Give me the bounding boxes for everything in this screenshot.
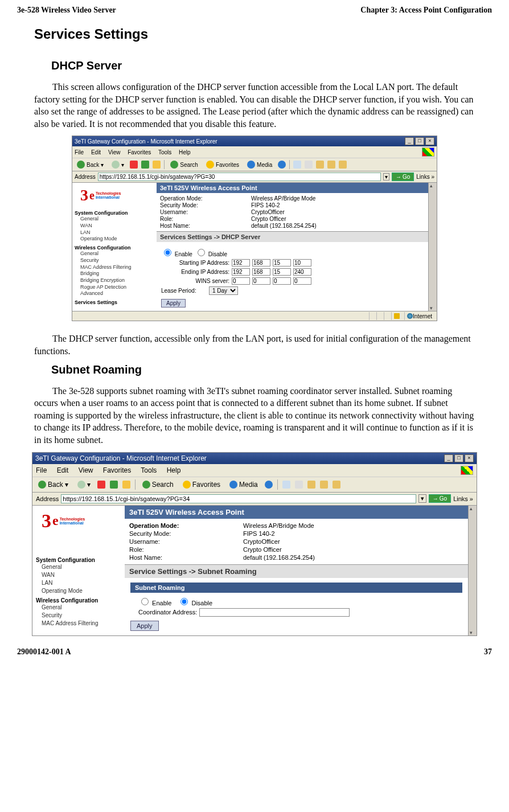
address-input[interactable] (61, 494, 416, 503)
back-button[interactable]: Back ▾ (36, 480, 71, 489)
lease-select[interactable]: 1 Day (209, 286, 238, 295)
menu-view[interactable]: View (108, 149, 121, 155)
wins-4[interactable] (293, 277, 311, 285)
nav-w-advanced[interactable]: Advanced (75, 290, 154, 297)
toolbar-misc-icon-1[interactable] (307, 481, 315, 489)
subnet-disable-radio[interactable]: Disable (178, 596, 212, 606)
nav-w-bridging[interactable]: Bridging (75, 270, 154, 277)
nav-w-general[interactable]: General (36, 604, 121, 612)
menu-file[interactable]: File (75, 149, 84, 155)
toolbar-misc-icon-3[interactable] (333, 481, 340, 489)
search-button[interactable]: Search (168, 160, 200, 169)
menu-view[interactable]: View (79, 466, 93, 474)
nav-w-mac-filtering[interactable]: MAC Address Filtering (36, 620, 121, 628)
media-button[interactable]: Media (245, 160, 274, 169)
menu-tools[interactable]: Tools (158, 149, 171, 155)
mail-icon[interactable] (293, 161, 301, 169)
nav-system-configuration[interactable]: System Configuration (75, 210, 154, 216)
go-label: Go (403, 174, 410, 180)
nav-services-settings[interactable]: Services Settings (75, 300, 154, 305)
nav-w-security[interactable]: Security (36, 612, 121, 620)
maximize-button[interactable]: □ (454, 454, 463, 462)
coordinator-input[interactable] (199, 608, 350, 617)
nav-operating-mode[interactable]: Operating Mode (75, 236, 154, 243)
end-ip-1[interactable] (232, 268, 250, 276)
apply-button[interactable]: Apply (130, 621, 159, 631)
refresh-icon[interactable] (110, 481, 118, 489)
forward-button[interactable]: ▾ (75, 480, 93, 489)
start-ip-4[interactable] (293, 259, 311, 266)
refresh-icon[interactable] (141, 161, 149, 169)
menu-edit[interactable]: Edit (91, 149, 101, 155)
start-ip-3[interactable] (273, 259, 291, 266)
scrollbar[interactable] (468, 506, 477, 635)
maximize-button[interactable]: □ (415, 137, 424, 145)
nav-lan[interactable]: LAN (36, 579, 121, 587)
nav-w-rogue-ap[interactable]: Rogue AP Detection (75, 284, 154, 291)
stop-icon[interactable] (130, 161, 138, 169)
links-label[interactable]: Links » (453, 495, 473, 502)
minimize-button[interactable]: _ (405, 137, 414, 145)
address-dropdown[interactable]: ▾ (383, 173, 389, 181)
forward-button[interactable]: ▾ (109, 160, 126, 169)
nav-w-security[interactable]: Security (75, 257, 154, 264)
apply-button[interactable]: Apply (161, 299, 186, 307)
nav-system-configuration[interactable]: System Configuration (36, 557, 121, 563)
history-icon[interactable] (265, 481, 273, 489)
toolbar-misc-icon-3[interactable] (339, 161, 347, 169)
favorites-button[interactable]: Favorites (204, 160, 241, 169)
search-button[interactable]: Search (140, 480, 176, 489)
scrollbar[interactable] (428, 183, 437, 311)
menu-help[interactable]: Help (179, 149, 191, 155)
menu-favorites[interactable]: Favorites (103, 466, 131, 474)
start-ip-2[interactable] (252, 259, 270, 266)
go-button[interactable]: → Go (429, 494, 451, 503)
menu-file[interactable]: File (36, 466, 47, 474)
nav-w-bridging-encryption[interactable]: Bridging Encryption (75, 277, 154, 284)
go-button[interactable]: → Go (392, 173, 414, 181)
home-icon[interactable] (122, 481, 130, 489)
nav-operating-mode[interactable]: Operating Mode (36, 587, 121, 595)
nav-wan[interactable]: WAN (75, 223, 154, 229)
nav-wireless-configuration[interactable]: Wireless Configuration (36, 597, 121, 604)
close-button[interactable]: × (465, 454, 474, 462)
disable-radio[interactable]: Disable (195, 247, 227, 257)
favorites-button[interactable]: Favorites (180, 480, 223, 489)
toolbar-misc-icon-2[interactable] (320, 481, 328, 489)
menu-help[interactable]: Help (167, 466, 181, 474)
toolbar-misc-icon-1[interactable] (316, 161, 324, 169)
nav-w-general[interactable]: General (75, 251, 154, 257)
address-dropdown[interactable]: ▾ (418, 494, 426, 503)
subnet-enable-radio[interactable]: Enable (138, 596, 171, 606)
start-ip-1[interactable] (232, 259, 250, 266)
print-icon[interactable] (295, 481, 303, 489)
nav-w-mac-filtering[interactable]: MAC Address Filtering (75, 264, 154, 271)
menu-edit[interactable]: Edit (57, 466, 69, 474)
back-button[interactable]: Back ▾ (75, 160, 106, 169)
end-ip-3[interactable] (273, 268, 291, 276)
links-label[interactable]: Links » (416, 174, 434, 180)
address-input[interactable] (98, 173, 381, 181)
stop-icon[interactable] (97, 481, 105, 489)
end-ip-2[interactable] (252, 268, 270, 276)
nav-wan[interactable]: WAN (36, 571, 121, 579)
nav-wireless-configuration[interactable]: Wireless Configuration (75, 245, 154, 251)
menu-tools[interactable]: Tools (141, 466, 157, 474)
minimize-button[interactable]: _ (444, 454, 453, 462)
media-button[interactable]: Media (227, 480, 260, 489)
wins-1[interactable] (232, 277, 250, 285)
wins-3[interactable] (273, 277, 291, 285)
nav-lan[interactable]: LAN (75, 229, 154, 236)
wins-2[interactable] (252, 277, 270, 285)
nav-general[interactable]: General (75, 216, 154, 223)
menu-favorites[interactable]: Favorites (128, 149, 151, 155)
nav-general[interactable]: General (36, 563, 121, 571)
history-icon[interactable] (278, 161, 286, 169)
home-icon[interactable] (153, 161, 161, 169)
print-icon[interactable] (305, 161, 313, 169)
end-ip-4[interactable] (293, 268, 311, 276)
enable-radio[interactable]: Enable (161, 247, 192, 257)
close-button[interactable]: × (425, 137, 434, 145)
mail-icon[interactable] (282, 481, 290, 489)
toolbar-misc-icon-2[interactable] (327, 161, 335, 169)
